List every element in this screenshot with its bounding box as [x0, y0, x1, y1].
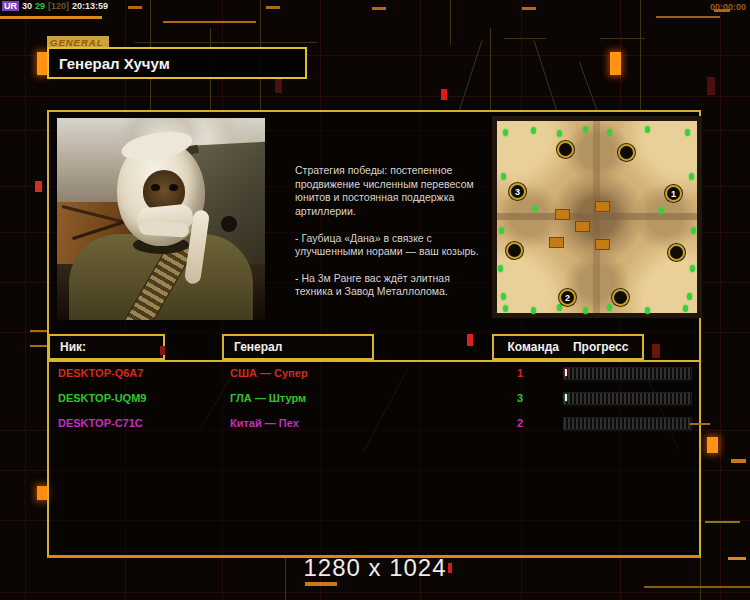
decor-block [275, 77, 282, 93]
player-general: США — Супер [230, 367, 308, 379]
player-nick: DESKTOP-C71C [58, 417, 143, 429]
briefing-paragraph: - На 3м Ранге вас ждёт элитная техника и… [295, 272, 483, 299]
supply-dot [685, 129, 690, 136]
spawn-label: 1 [671, 189, 676, 199]
spawn-point [557, 141, 574, 158]
circuit-line [533, 40, 557, 113]
supply-dot [503, 305, 508, 312]
map-terrain: 3 1 2 [497, 121, 697, 313]
circuit-line [450, 0, 451, 45]
supply-dot [690, 265, 695, 272]
supply-dot [687, 293, 692, 300]
supply-dot [531, 127, 536, 134]
supply-dot [607, 304, 612, 311]
oil-derrick [595, 201, 610, 212]
circuit-line [579, 61, 598, 112]
supply-dot [645, 307, 650, 314]
strategy-briefing: Стратегия победы: постепенное продвижени… [295, 164, 483, 312]
player-general: ГЛА — Штурм [230, 392, 306, 404]
header-label: Генерал [234, 340, 282, 354]
circuit-line [135, 42, 317, 43]
spawn-point: 1 [665, 185, 682, 202]
circuit-line [504, 38, 546, 39]
supply-dot [557, 130, 562, 137]
spawn-point [668, 244, 685, 261]
header-label: Ник: [60, 340, 86, 354]
supply-dot [683, 305, 688, 312]
progress-bar [563, 417, 692, 430]
supply-dot [503, 129, 508, 136]
player-team: 3 [505, 392, 535, 404]
circuit-line [458, 40, 482, 113]
oil-derrick [555, 209, 570, 220]
decor-dash [690, 423, 710, 425]
player-row: DESKTOP-Q6A7 США — Супер 1 [47, 366, 701, 382]
gentool-clock: 20:13:59 [72, 1, 108, 11]
decor-block [35, 181, 42, 192]
supply-dot [691, 227, 696, 234]
player-general: Китай — Пех [230, 417, 299, 429]
decor-block [441, 89, 447, 100]
portrait-tank-hole [221, 216, 237, 232]
player-team: 2 [505, 417, 535, 429]
progress-bar [563, 392, 692, 405]
gentool-overlay: UR 30 29 [120] 20:13:59 [2, 1, 108, 11]
grid-line [720, 0, 721, 600]
column-header-nick: Ник: [48, 334, 165, 360]
header-divider [49, 360, 699, 362]
progress-bar [563, 367, 692, 380]
supply-dot [659, 207, 664, 214]
decor-dash [656, 16, 720, 18]
column-header-team-progress: Команда Прогресс [492, 334, 644, 360]
decor-dash [128, 6, 142, 9]
circuit-line [600, 38, 645, 39]
oil-derrick [595, 239, 610, 250]
decor-dash [305, 582, 337, 586]
header-label: Команда [508, 340, 559, 354]
supply-dot [531, 307, 536, 314]
progress-tick [565, 369, 567, 376]
decor-dash [372, 7, 386, 10]
decor-dash [731, 459, 746, 463]
supply-dot [533, 205, 538, 212]
grid-line [25, 0, 26, 600]
supply-dot [501, 293, 506, 300]
circuit-line [490, 28, 491, 110]
general-title: Генерал Хучум [49, 55, 170, 72]
decor-dash [266, 6, 280, 9]
decor-block [160, 346, 165, 355]
gentool-value1: 30 [22, 1, 32, 11]
decor-block [707, 437, 718, 453]
progress-tick [565, 394, 567, 401]
supply-dot [583, 126, 588, 133]
portrait-eye [169, 184, 178, 191]
supply-dot [501, 173, 506, 180]
gentool-tag: UR [2, 1, 19, 11]
decor-block [610, 52, 621, 75]
oil-derrick [575, 221, 590, 232]
spawn-point [612, 289, 629, 306]
spawn-label: 3 [515, 187, 520, 197]
decor-block [707, 77, 715, 95]
supply-dot [557, 304, 562, 311]
spawn-point [618, 144, 635, 161]
decor-dash [30, 345, 47, 347]
gentool-bracket: [120] [48, 1, 69, 11]
supply-dot [583, 307, 588, 314]
decor-dash [705, 521, 740, 523]
decor-block [652, 344, 660, 358]
supply-dot [498, 265, 503, 272]
grid-line [0, 96, 750, 97]
supply-dot [499, 227, 504, 234]
match-timer: 00:00:00 [710, 2, 746, 12]
grid-line [0, 592, 750, 593]
supply-dot [607, 129, 612, 136]
map-road [593, 121, 600, 313]
player-team: 1 [505, 367, 535, 379]
spawn-point: 3 [509, 183, 526, 200]
loading-screen: UR 30 29 [120] 20:13:59 00:00:00 GENERAL… [0, 0, 750, 600]
spawn-label: 2 [565, 293, 570, 303]
spawn-point [506, 242, 523, 259]
decor-block [37, 52, 47, 75]
briefing-paragraph: Стратегия победы: постепенное продвижени… [295, 164, 483, 219]
